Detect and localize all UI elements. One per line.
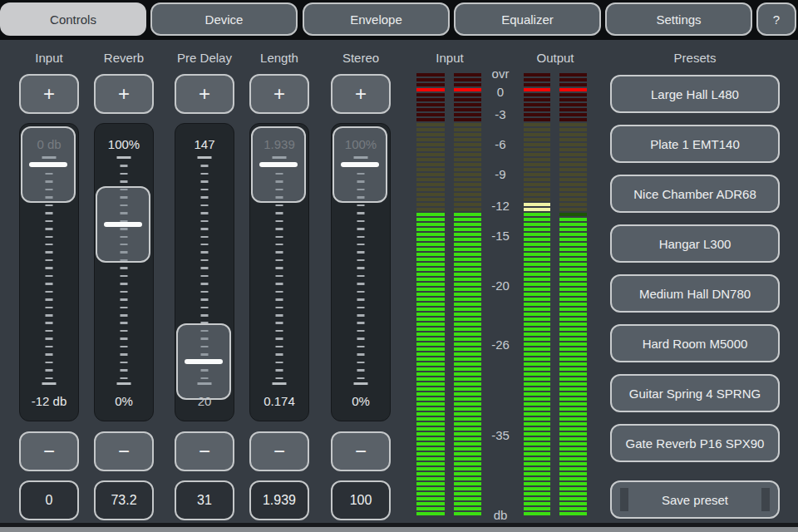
input-handle-grip [29, 162, 67, 167]
predelay-slider-track[interactable]: 147 20 [175, 123, 234, 421]
length-increment-button[interactable]: + [249, 74, 309, 114]
tab-device[interactable]: Device [150, 2, 298, 36]
tab-bar: Controls Device Envelope Equalizer Setti… [0, 0, 798, 40]
output-level-meter-left [524, 73, 550, 517]
preset-plate-1-emt140[interactable]: Plate 1 EMT140 [610, 125, 780, 163]
predelay-increment-button[interactable]: + [175, 74, 234, 114]
input-level-meter-left [416, 73, 445, 517]
meter-scale-neg9: -9 [495, 167, 505, 181]
meter-scale-ovr: ovr [492, 66, 510, 81]
meter-output-label: Output [525, 51, 585, 66]
meter-scale-0: 0 [497, 85, 504, 99]
input-channel-label: Input [19, 51, 79, 66]
input-level-meter-right [454, 73, 481, 517]
meter-scale-neg12: -12 [491, 199, 510, 213]
tab-envelope[interactable]: Envelope [303, 2, 450, 36]
reverb-tick-top [117, 156, 131, 159]
reverb-decrement-button[interactable]: − [94, 431, 154, 471]
predelay-min-value: 20 [175, 394, 234, 408]
save-preset-button[interactable]: Save preset [610, 480, 780, 519]
preset-hard-room-m5000[interactable]: Hard Room M5000 [610, 324, 780, 362]
save-preset-label: Save preset [662, 493, 728, 507]
reverb-value-field[interactable]: 73.2 [94, 480, 154, 520]
predelay-handle-grip [185, 359, 223, 364]
length-tick-bottom [273, 382, 287, 385]
stereo-increment-button[interactable]: + [331, 74, 391, 114]
length-channel-label: Length [249, 51, 309, 66]
preset-medium-hall-dn780[interactable]: Medium Hall DN780 [610, 274, 780, 313]
reverb-channel-label: Reverb [94, 51, 154, 66]
predelay-max-value: 147 [175, 137, 234, 151]
length-value-field[interactable]: 1.939 [249, 480, 309, 520]
input-increment-button[interactable]: + [19, 74, 79, 114]
stereo-value-field[interactable]: 100 [331, 480, 391, 520]
meter-scale-neg3: -3 [495, 107, 505, 121]
predelay-tick-top [198, 156, 212, 159]
input-max-value: 0 db [20, 137, 78, 151]
stereo-min-value: 0% [332, 394, 390, 408]
predelay-decrement-button[interactable]: − [175, 431, 234, 471]
length-slider-track[interactable]: 1.939 0.174 [249, 123, 309, 421]
meter-scale-db: db [494, 508, 508, 522]
predelay-slider-handle[interactable] [176, 323, 231, 400]
length-handle-grip [259, 162, 298, 167]
preset-nice-chamber-adr68[interactable]: Nice Chamber ADR68 [610, 175, 780, 213]
meter-scale-neg35: -35 [491, 428, 510, 442]
meter-scale-neg6: -6 [495, 137, 505, 151]
presets-title: Presets [610, 51, 780, 66]
preset-gate-reverb-p16-spx90[interactable]: Gate Reverb P16 SPX90 [610, 424, 780, 462]
help-button[interactable]: ? [756, 2, 796, 36]
stereo-handle-grip [341, 162, 379, 167]
input-value-field[interactable]: 0 [19, 480, 79, 520]
length-decrement-button[interactable]: − [249, 431, 309, 471]
predelay-channel-label: Pre Delay [175, 51, 234, 66]
reverb-handle-grip [104, 222, 142, 227]
meter-scale-neg15: -15 [491, 229, 510, 243]
length-max-value: 1.939 [250, 137, 308, 151]
reverb-max-value: 100% [95, 137, 153, 151]
reverb-increment-button[interactable]: + [94, 74, 154, 114]
tab-controls[interactable]: Controls [0, 2, 146, 36]
input-min-value: -12 db [20, 394, 78, 408]
preset-large-hall-l480[interactable]: Large Hall L480 [610, 75, 780, 113]
input-slider-track[interactable]: 0 db -12 db [19, 123, 79, 421]
preset-guitar-spring-4-sprng[interactable]: Guitar Spring 4 SPRNG [610, 374, 780, 412]
home-indicator-bar [0, 527, 798, 532]
reverb-tick-bottom [117, 382, 131, 385]
tab-settings[interactable]: Settings [605, 2, 752, 36]
input-decrement-button[interactable]: − [19, 431, 79, 471]
meter-scale-neg26: -26 [491, 337, 510, 352]
preset-hangar-l300[interactable]: Hangar L300 [610, 224, 780, 263]
stereo-decrement-button[interactable]: − [331, 431, 391, 471]
reverb-controls-screen: Controls Device Envelope Equalizer Setti… [0, 0, 798, 532]
output-level-meter-right [559, 73, 587, 517]
tab-equalizer[interactable]: Equalizer [454, 2, 601, 36]
meter-scale-neg20: -20 [491, 278, 510, 293]
reverb-slider-track[interactable]: 100% 0% [94, 123, 154, 421]
reverb-min-value: 0% [95, 394, 153, 408]
meter-input-label: Input [420, 51, 480, 66]
input-tick-bottom [42, 382, 57, 385]
stereo-max-value: 100% [332, 137, 390, 151]
reverb-slider-handle[interactable] [96, 186, 150, 263]
predelay-value-field[interactable]: 31 [175, 480, 234, 520]
save-preset-left-grip-icon [620, 488, 628, 511]
stereo-slider-track[interactable]: 100% 0% [331, 123, 391, 421]
length-min-value: 0.174 [250, 394, 308, 408]
stereo-channel-label: Stereo [331, 51, 391, 66]
stereo-tick-bottom [354, 382, 368, 385]
save-preset-right-grip-icon [761, 488, 770, 511]
